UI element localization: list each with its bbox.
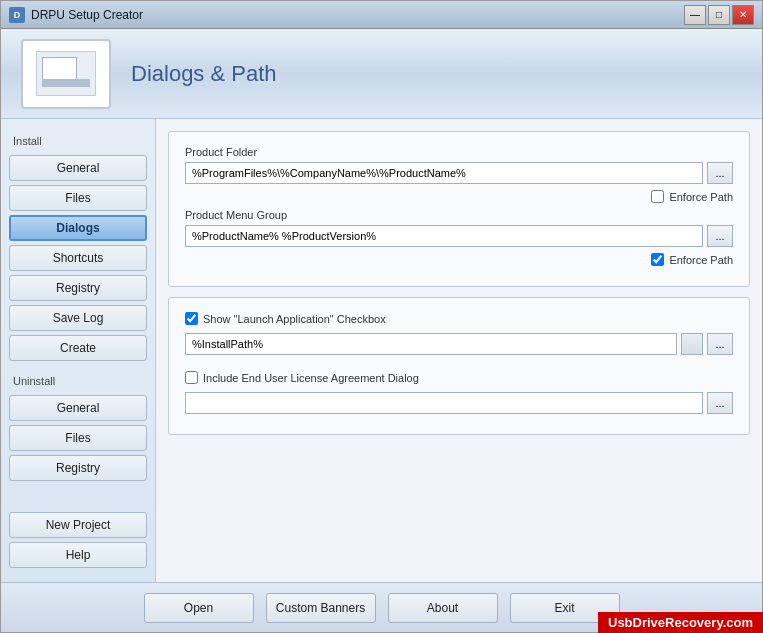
sidebar-item-u-general[interactable]: General [9,395,147,421]
eula-checkbox[interactable] [185,371,198,384]
custom-banners-button[interactable]: Custom Banners [266,593,376,623]
open-button[interactable]: Open [144,593,254,623]
uninstall-section-label: Uninstall [13,375,147,387]
minimize-button[interactable]: — [684,5,706,25]
main-content: Install General Files Dialogs Shortcuts … [1,119,762,582]
launch-path-input[interactable] [185,333,677,355]
sidebar-item-registry[interactable]: Registry [9,275,147,301]
launch-panel: Show "Launch Application" Checkbox ... I… [168,297,750,435]
window-title: DRPU Setup Creator [31,8,684,22]
enforce-path-1-checkbox[interactable] [651,190,664,203]
install-section-label: Install [13,135,147,147]
folder-input[interactable] [185,162,703,184]
launch-browse-button[interactable]: ... [707,333,733,355]
sidebar-item-files[interactable]: Files [9,185,147,211]
content-area: Product Folder ... Enforce Path Product … [156,119,762,582]
close-button[interactable]: ✕ [732,5,754,25]
sidebar-item-u-registry[interactable]: Registry [9,455,147,481]
show-launch-checkbox[interactable] [185,312,198,325]
sidebar-item-save-log[interactable]: Save Log [9,305,147,331]
restore-button[interactable]: □ [708,5,730,25]
menu-field-row: ... [185,225,733,247]
eula-label: Include End User License Agreement Dialo… [203,372,419,384]
eula-row: Include End User License Agreement Dialo… [185,371,733,384]
logo-bar [42,79,90,87]
watermark: UsbDriveRecovery.com [598,612,763,633]
path-panel: Product Folder ... Enforce Path Product … [168,131,750,287]
new-project-button[interactable]: New Project [9,512,147,538]
sidebar-item-dialogs[interactable]: Dialogs [9,215,147,241]
app-logo [21,39,111,109]
app-icon: D [9,7,25,23]
window-controls: — □ ✕ [684,5,754,25]
main-window: D DRPU Setup Creator — □ ✕ Dialogs & Pat… [0,0,763,633]
launch-path-row: ... [185,333,733,355]
eula-field-row: ... [185,392,733,414]
show-launch-row: Show "Launch Application" Checkbox [185,312,733,325]
menu-browse-button[interactable]: ... [707,225,733,247]
help-button[interactable]: Help [9,542,147,568]
enforce-path-2-label: Enforce Path [669,254,733,266]
menu-label: Product Menu Group [185,209,733,221]
menu-input[interactable] [185,225,703,247]
eula-browse-button[interactable]: ... [707,392,733,414]
sidebar: Install General Files Dialogs Shortcuts … [1,119,156,582]
sidebar-item-u-files[interactable]: Files [9,425,147,451]
title-bar: D DRPU Setup Creator — □ ✕ [1,1,762,29]
header: Dialogs & Path [1,29,762,119]
enforce-path-1-label: Enforce Path [669,191,733,203]
enforce-path-2-checkbox[interactable] [651,253,664,266]
folder-field-row: ... [185,162,733,184]
launch-small-browse-button[interactable] [681,333,703,355]
sidebar-item-shortcuts[interactable]: Shortcuts [9,245,147,271]
folder-label: Product Folder [185,146,733,158]
logo-graphic [36,51,96,96]
eula-input[interactable] [185,392,703,414]
show-launch-label: Show "Launch Application" Checkbox [203,313,386,325]
enforce-path-2-row: Enforce Path [185,253,733,266]
enforce-path-1-row: Enforce Path [185,190,733,203]
sidebar-item-general[interactable]: General [9,155,147,181]
about-button[interactable]: About [388,593,498,623]
page-title: Dialogs & Path [131,61,277,87]
sidebar-item-create[interactable]: Create [9,335,147,361]
folder-browse-button[interactable]: ... [707,162,733,184]
